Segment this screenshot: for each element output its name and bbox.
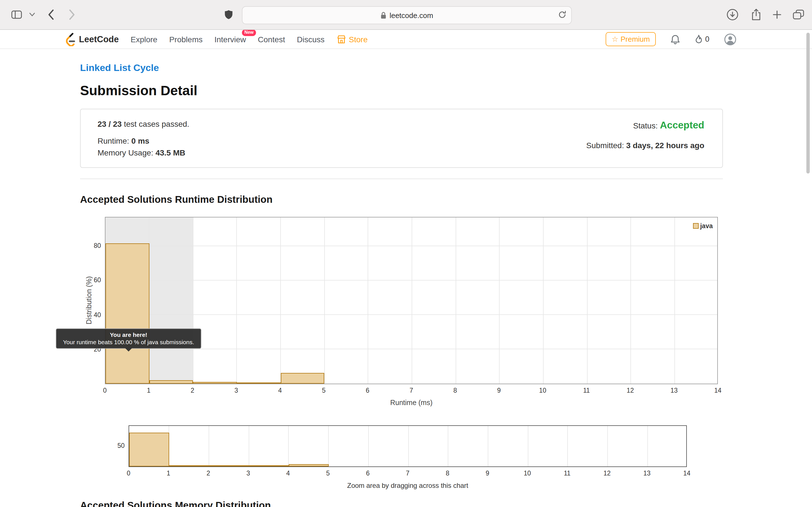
sidebar-toggle-icon[interactable] <box>11 10 22 19</box>
x-tick-label: 1 <box>157 470 180 476</box>
new-badge: New <box>242 30 256 36</box>
gridline-vertical <box>499 217 500 384</box>
submitted-value: 3 days, 22 hours ago <box>626 141 704 150</box>
leetcode-logo-icon <box>64 33 76 46</box>
nav-item-problems[interactable]: Problems <box>169 35 202 44</box>
gridline-vertical <box>455 217 456 384</box>
gridline-horizontal <box>105 280 717 281</box>
downloads-icon[interactable] <box>726 8 739 21</box>
runtime-value: 0 ms <box>132 136 149 145</box>
x-tick-label: 4 <box>269 387 291 394</box>
x-tick-label: 14 <box>675 470 698 476</box>
bar-java-0[interactable] <box>129 433 169 466</box>
bar-java-0[interactable] <box>105 243 149 384</box>
leetcode-navbar: LeetCode Explore Problems Interview New … <box>0 30 812 49</box>
x-tick-label: 12 <box>619 387 642 394</box>
new-tab-icon[interactable] <box>772 10 781 19</box>
store-icon <box>336 35 346 44</box>
bar-java-2[interactable] <box>193 382 237 384</box>
result-left: 23 / 23 test cases passed. Runtime: 0 ms… <box>98 119 189 157</box>
nav-item-store[interactable]: Store <box>336 35 368 44</box>
main-chart-plot-area[interactable] <box>105 217 718 384</box>
gridline-vertical <box>289 426 289 466</box>
tests-passed: 23 / 23 test cases passed. <box>98 119 189 128</box>
nav-item-interview[interactable]: Interview New <box>214 35 246 44</box>
leetcode-logo-link[interactable]: LeetCode <box>64 33 119 46</box>
zoom-chart-plot-area[interactable] <box>129 425 687 467</box>
gridline-vertical <box>237 217 237 384</box>
chart-legend[interactable]: java <box>693 223 713 229</box>
back-icon[interactable] <box>47 9 54 20</box>
x-tick-label: 4 <box>277 470 299 476</box>
gridline-vertical <box>674 217 675 384</box>
nav-item-contest[interactable]: Contest <box>258 35 285 44</box>
page-scrollbar[interactable] <box>806 33 810 173</box>
gridline-vertical <box>248 426 249 466</box>
bar-java-4[interactable] <box>281 373 324 384</box>
memory-value: 43.5 MB <box>155 148 185 157</box>
gridline-vertical <box>368 217 368 384</box>
tooltip-line2: Your runtime beats 100.00 % of java subm… <box>60 339 197 345</box>
status-row: Status: Accepted <box>586 119 704 131</box>
safari-window: leetcode.com Lee <box>0 0 812 507</box>
x-tick-label: 13 <box>636 470 658 476</box>
navbar-right: ☆ Premium 0 <box>606 32 737 46</box>
browser-toolbar: leetcode.com <box>0 0 812 30</box>
url-text: leetcode.com <box>390 11 434 19</box>
tab-overview-icon[interactable] <box>793 10 804 20</box>
result-summary-box: 23 / 23 test cases passed. Runtime: 0 ms… <box>80 109 723 168</box>
y-tick-label: 50 <box>80 442 124 449</box>
zoom-navigator-chart[interactable]: 5001234567891011121314 <box>80 425 723 482</box>
x-tick-label: 1 <box>137 387 160 394</box>
nav-item-label: Explore <box>131 35 157 44</box>
gridline-vertical <box>408 426 409 466</box>
gridline-vertical <box>630 217 631 384</box>
nav-item-label: Discuss <box>297 35 324 44</box>
bar-java-3[interactable] <box>249 465 289 466</box>
bar-java-4[interactable] <box>289 464 328 466</box>
x-tick-label: 14 <box>707 387 729 394</box>
bar-java-1[interactable] <box>169 465 209 466</box>
gridline-vertical <box>412 217 412 384</box>
divider <box>80 179 723 179</box>
bar-java-1[interactable] <box>149 380 193 384</box>
nav-item-discuss[interactable]: Discuss <box>297 35 324 44</box>
runtime-label: Runtime: <box>98 136 132 145</box>
bar-java-2[interactable] <box>209 465 249 466</box>
x-tick-label: 5 <box>317 470 339 476</box>
page-title: Submission Detail <box>80 83 723 99</box>
x-tick-label: 8 <box>436 470 459 476</box>
nav-item-explore[interactable]: Explore <box>131 35 157 44</box>
avatar[interactable] <box>724 33 737 45</box>
tooltip-line1: You are here! <box>60 331 197 338</box>
privacy-shield-icon[interactable] <box>224 10 233 19</box>
x-tick-label: 7 <box>400 387 423 394</box>
notifications-bell-icon[interactable] <box>671 34 680 44</box>
problem-link[interactable]: Linked List Cycle <box>80 62 159 74</box>
premium-button[interactable]: ☆ Premium <box>606 32 656 46</box>
chevron-down-icon[interactable] <box>29 13 35 17</box>
nav-item-label: Problems <box>169 35 202 44</box>
gridline-vertical <box>448 426 448 466</box>
share-icon[interactable] <box>751 8 761 21</box>
memory-section-title: Accepted Solutions Memory Distribution <box>80 500 723 507</box>
points-counter[interactable]: 0 <box>695 34 709 44</box>
tooltip-arrow <box>125 348 132 351</box>
address-bar[interactable]: leetcode.com <box>242 6 572 24</box>
x-tick-label: 5 <box>312 387 335 394</box>
reload-icon[interactable] <box>558 11 566 21</box>
tests-passed-text: test cases passed. <box>122 119 190 128</box>
gridline-vertical <box>209 426 209 466</box>
runtime-distribution-chart[interactable]: You are here! Your runtime beats 100.00 … <box>80 217 723 408</box>
gridline-vertical <box>488 426 488 466</box>
flame-icon <box>695 34 703 44</box>
bar-java-3[interactable] <box>237 383 281 384</box>
submitted-row: Submitted: 3 days, 22 hours ago <box>586 141 704 150</box>
status-badge[interactable]: Accepted <box>660 119 704 131</box>
brand-name: LeetCode <box>79 34 119 44</box>
x-tick-label: 9 <box>488 387 510 394</box>
gridline-vertical <box>324 217 324 384</box>
zoom-hint: Zoom area by dragging across this chart <box>129 482 687 490</box>
x-tick-label: 0 <box>94 387 116 394</box>
forward-icon[interactable] <box>69 9 75 20</box>
